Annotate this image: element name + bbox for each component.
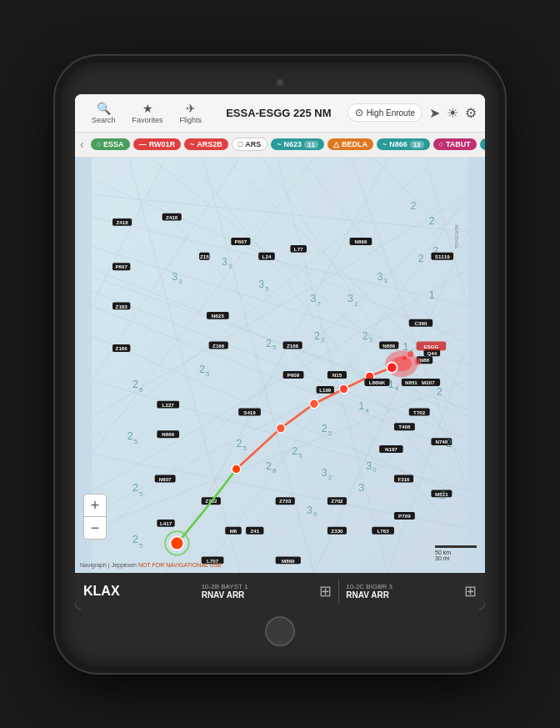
settings-icon[interactable]: ⚙ [465,105,477,121]
svg-text:1: 1 [354,299,358,307]
svg-text:M869: M869 [282,557,295,563]
svg-text:3: 3 [172,270,178,282]
zoom-in-button[interactable]: + [84,495,106,516]
svg-text:Z166: Z166 [116,345,128,351]
svg-text:M6: M6 [230,527,238,533]
provider-label: Navigraph [80,562,107,568]
essa-icon: ○ [97,140,101,148]
right-procedure[interactable]: 10-2C BIGBR 3 RNAV ARR [346,583,464,600]
svg-text:3: 3 [307,504,312,515]
tab-n866b[interactable]: ~ N866 [480,138,485,150]
svg-text:2: 2 [266,459,272,471]
n866-badge: 13 [410,141,424,148]
svg-text:L417: L417 [160,520,172,526]
svg-text:F316: F316 [398,475,410,481]
zoom-out-button[interactable]: − [84,517,106,539]
svg-text:Z330: Z330 [331,527,343,533]
svg-text:N607: N607 [159,475,172,481]
svg-text:2: 2 [322,423,328,434]
svg-text:L763: L763 [378,527,390,533]
svg-text:Z15: Z15 [200,253,209,259]
svg-text:5: 5 [206,370,210,378]
scale-line [435,545,477,548]
svg-text:2: 2 [292,444,298,456]
svg-text:5: 5 [139,490,143,497]
search-icon: 🔍 [97,102,111,115]
svg-text:2: 2 [132,534,138,545]
tab-essa[interactable]: ○ ESSA [91,138,130,150]
left-proc-num: 10-2B BAYST 1 [202,583,320,590]
svg-text:1: 1 [429,289,435,300]
n623-badge: 11 [304,141,318,148]
svg-text:2: 2 [446,437,452,449]
svg-point-178 [387,362,397,372]
svg-text:5: 5 [243,444,248,452]
device-frame: 🔍 Search ★ Favorites ✈ Flights ESSA-ESGG… [55,56,505,673]
svg-text:3: 3 [310,293,316,304]
svg-text:3: 3 [369,336,373,344]
left-proc-type: RNAV ARR [202,590,320,600]
tab-ars2b[interactable]: ~ ARS2B [184,138,228,150]
tab-ars[interactable]: □ ARS [232,138,268,151]
layers-icon-right[interactable]: ⊞ [464,582,477,600]
airport-code[interactable]: KLAX [83,584,202,599]
svg-text:3: 3 [222,255,228,267]
svg-text:Z166: Z166 [287,342,299,348]
tabut-label: TABUT [446,140,471,148]
layers-icon-left[interactable]: ⊞ [319,582,332,600]
svg-text:5: 5 [272,344,277,351]
svg-text:3: 3 [258,278,264,289]
map-area[interactable]: Z418 P607 Z183 Z166 Z418 Z15 P607 [75,158,485,573]
klax-label: KLAX [83,584,202,599]
svg-text:Z703: Z703 [279,498,292,504]
svg-text:2: 2 [128,429,133,441]
svg-text:2: 2 [132,378,138,389]
svg-text:2: 2 [328,473,332,480]
search-nav-item[interactable]: 🔍 Search [83,100,124,126]
scale-km-label: 50 km [435,550,477,555]
svg-point-175 [310,399,319,408]
svg-text:0: 0 [313,510,318,518]
svg-text:3: 3 [366,459,372,471]
tabs-prev-arrow[interactable]: ‹ [75,138,89,151]
svg-text:0: 0 [372,466,377,474]
tab-bedla[interactable]: △ BEDLA [328,138,373,150]
tab-n866[interactable]: ~ N866 13 [377,138,430,150]
svg-text:N197: N197 [385,446,398,452]
svg-text:1: 1 [358,400,364,412]
svg-text:3: 3 [228,263,232,270]
svg-text:4: 4 [365,406,369,414]
svg-text:C390: C390 [415,319,428,325]
svg-text:N851: N851 [405,379,418,385]
home-button[interactable] [265,616,295,646]
svg-text:S1119: S1119 [435,253,451,259]
favorites-nav-item[interactable]: ★ Favorites [124,100,172,126]
tab-n623[interactable]: ~ N623 11 [271,138,324,150]
tab-tabut[interactable]: ○ TABUT [433,138,477,150]
n623-label: N623 [283,140,302,148]
map-svg: Z418 P607 Z183 Z166 Z418 Z15 P607 [75,158,485,573]
svg-text:S419: S419 [243,409,256,414]
svg-point-173 [232,464,241,474]
svg-text:5: 5 [139,541,143,549]
flights-nav-item[interactable]: ✈ Flights [172,100,211,126]
svg-text:Z418: Z418 [116,219,128,225]
svg-text:3: 3 [321,336,325,344]
svg-text:Z41: Z41 [250,527,259,533]
svg-text:Q44: Q44 [427,349,437,355]
brightness-icon[interactable]: ☀ [447,105,458,121]
svg-text:5: 5 [328,429,332,437]
svg-point-194 [414,358,422,365]
copyright-label: Jeppesen [112,562,137,568]
svg-text:Z183: Z183 [116,303,128,309]
svg-point-172 [170,536,183,550]
enroute-badge[interactable]: ⊙ High Enroute [348,103,422,122]
tab-rw01r[interactable]: — RW01R [133,138,181,150]
compass-icon[interactable]: ➤ [429,105,440,121]
left-procedure[interactable]: 10-2B BAYST 1 RNAV ARR [202,583,320,600]
not-for-nav-label: NOT FOR NAVIGATIONAL USE [138,562,222,568]
svg-text:Z418: Z418 [166,213,178,219]
rw01r-icon: — [139,140,147,148]
svg-text:ESGG: ESGG [423,343,438,349]
camera [277,79,283,86]
